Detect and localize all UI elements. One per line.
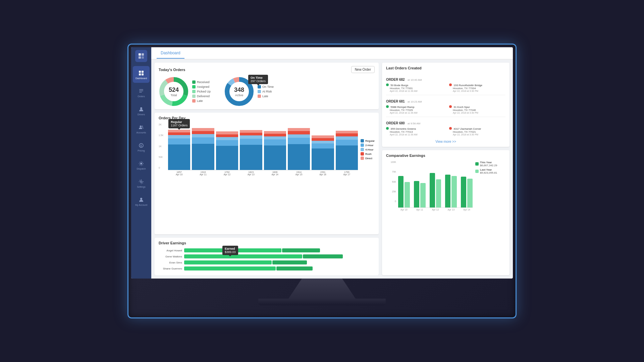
bar-seg-6-0 bbox=[312, 148, 334, 170]
rush-dot bbox=[361, 152, 364, 156]
comp-bar-ly-2 bbox=[436, 179, 441, 207]
earnings-row-2: Evan Sims bbox=[159, 260, 375, 264]
comp-y-axis: 100K 75K 50K 25K 0 bbox=[386, 161, 396, 202]
new-order-button[interactable]: New Order bbox=[351, 66, 375, 73]
comp-bar-ly-3 bbox=[451, 176, 457, 207]
to-dot-681 bbox=[449, 105, 452, 108]
view-more-link[interactable]: View more >> bbox=[386, 138, 505, 145]
legend-4hour: 4-Hour bbox=[361, 148, 375, 151]
this-year-dot bbox=[475, 162, 479, 166]
svg-rect-9 bbox=[139, 90, 143, 91]
driver-bars-0 bbox=[184, 248, 375, 252]
order-680-header: ORDER 680 at 9:58 AM bbox=[386, 120, 505, 126]
comp-earnings-title: Comparative Earnings bbox=[386, 154, 505, 158]
bar-seg-6-2 bbox=[312, 141, 334, 143]
sidebar-item-myaccount[interactable]: My Account bbox=[133, 193, 150, 209]
delivered-dot bbox=[192, 95, 196, 98]
sidebar-item-settings[interactable]: Settings bbox=[133, 175, 150, 191]
late-total-dot bbox=[192, 99, 196, 103]
bar-seg-6-3 bbox=[312, 138, 334, 141]
legend-2hour: 2-Hour bbox=[361, 143, 375, 147]
monitor: Dashboard Orders bbox=[127, 44, 517, 318]
comp-group-4 bbox=[461, 177, 473, 207]
screen: Dashboard Orders bbox=[131, 47, 513, 279]
bar-light-3 bbox=[184, 266, 276, 270]
drivers-icon bbox=[138, 106, 145, 113]
accounts-icon bbox=[138, 124, 145, 131]
order-681-number: ORDER 681 bbox=[386, 100, 405, 103]
bar-seg-7-3 bbox=[336, 133, 358, 136]
order-681-addresses: 5988 Rempel Ramp Houston, TX 77029 April… bbox=[386, 105, 505, 114]
last-orders-title: Last Orders Created bbox=[386, 66, 505, 70]
x-label-4: 1806Apr 14 bbox=[264, 170, 286, 176]
x-axis-labels: 1857Apr 101916Apr 111762Apr 121823Apr 13… bbox=[168, 170, 358, 176]
order-682-to: 193 Runolfsdottir Bridge Houston, TX 770… bbox=[449, 83, 505, 92]
x-label-6: 1591Apr 16 bbox=[312, 170, 334, 176]
svg-point-13 bbox=[142, 125, 143, 127]
bar-seg-3-2 bbox=[240, 135, 262, 139]
sidebar-item-pricing[interactable]: $ Pricing bbox=[133, 138, 150, 155]
order-item-681: ORDER 681 at 10:23 AM 5988 Rempel Ramp bbox=[386, 95, 505, 117]
comp-x-label-0: Apr 10 bbox=[398, 208, 410, 211]
legend-atrisk: At Risk bbox=[258, 90, 274, 93]
bar-seg-3-4 bbox=[240, 130, 262, 133]
main-content: Dashboard Today's Orders New Order bbox=[151, 47, 513, 279]
sidebar-item-drivers[interactable]: Drivers bbox=[133, 102, 150, 119]
comp-bar-ly-0 bbox=[405, 182, 410, 207]
2hour-dot bbox=[361, 143, 364, 147]
sidebar-item-orders[interactable]: Orders bbox=[133, 84, 150, 101]
x-label-7: 1799Apr 17 bbox=[336, 170, 358, 176]
bar-group-2 bbox=[216, 131, 238, 170]
bars-container: Regular1167 Orders bbox=[168, 123, 358, 170]
bar-seg-1-3 bbox=[192, 131, 214, 134]
bar-seg-2-3 bbox=[216, 134, 238, 137]
sidebar-label-accounts: Accounts bbox=[137, 131, 146, 134]
legend-rush: Rush bbox=[361, 152, 375, 156]
svg-rect-1 bbox=[142, 53, 144, 56]
bar-seg-5-0 bbox=[288, 144, 310, 170]
tab-dashboard[interactable]: Dashboard bbox=[157, 48, 184, 59]
sidebar-label-orders: Orders bbox=[138, 95, 145, 98]
atrisk-dot bbox=[258, 90, 261, 93]
comp-bar-ty-0 bbox=[398, 176, 404, 207]
comp-bar-ly-4 bbox=[467, 179, 473, 207]
sidebar-label-dispatch: Dispatch bbox=[137, 168, 146, 170]
comp-bar-ty-2 bbox=[430, 173, 435, 207]
legend-pickedup: Picked Up bbox=[192, 90, 211, 93]
this-year-info: This Year $6,667,342.29 bbox=[480, 161, 497, 167]
comp-bar-ty-3 bbox=[445, 175, 450, 207]
bar-seg-5-4 bbox=[288, 128, 310, 131]
comp-bars-container bbox=[398, 161, 473, 208]
comp-legend-this-year: This Year $6,667,342.29 bbox=[475, 161, 505, 167]
app-logo bbox=[135, 50, 147, 62]
comp-x-label-2: Apr 12 bbox=[430, 208, 441, 211]
bar-seg-0-3 bbox=[168, 132, 190, 135]
active-legend: On Time At Risk Late bbox=[258, 85, 274, 98]
ontime-dot bbox=[258, 85, 261, 88]
comp-bar-ly-1 bbox=[420, 183, 426, 207]
legend-late-total: Late bbox=[192, 99, 211, 103]
from-dot-681 bbox=[386, 105, 389, 108]
todays-orders-card: Today's Orders New Order bbox=[155, 63, 379, 109]
svg-rect-2 bbox=[139, 56, 141, 59]
comp-x-labels: Apr 10Apr 11Apr 12Apr 13Apr 14 bbox=[398, 208, 473, 211]
sidebar-item-accounts[interactable]: Accounts bbox=[133, 120, 150, 137]
bar-seg-0-4 bbox=[168, 130, 190, 132]
earnings-bars: Angel Howell Gene Watkins bbox=[159, 248, 375, 270]
order-680-number: ORDER 680 bbox=[386, 121, 405, 125]
myaccount-icon bbox=[138, 196, 145, 203]
driver-bars-1 bbox=[184, 254, 375, 258]
monitor-base bbox=[258, 299, 386, 305]
app-container: Dashboard Orders bbox=[131, 47, 513, 279]
bar-seg-0-1 bbox=[168, 138, 190, 144]
total-count: 524 bbox=[169, 86, 179, 94]
sidebar-item-dashboard[interactable]: Dashboard bbox=[133, 66, 150, 83]
content-area: Today's Orders New Order bbox=[151, 59, 513, 279]
sidebar-item-dispatch[interactable]: Dispatch bbox=[133, 157, 150, 173]
orders-per-day-card: Orders Per Day 2K 1.5K 1K 500 0 bbox=[155, 113, 379, 234]
bar-seg-1-4 bbox=[192, 128, 214, 131]
orders-title: Today's Orders bbox=[159, 68, 185, 72]
comparative-earnings-card: Comparative Earnings 100K 75K 50K 25K 0 bbox=[382, 150, 509, 275]
total-donut: 524 Total bbox=[159, 76, 189, 107]
right-panel: Last Orders Created ORDER 682 at 10:40 A… bbox=[382, 63, 509, 275]
